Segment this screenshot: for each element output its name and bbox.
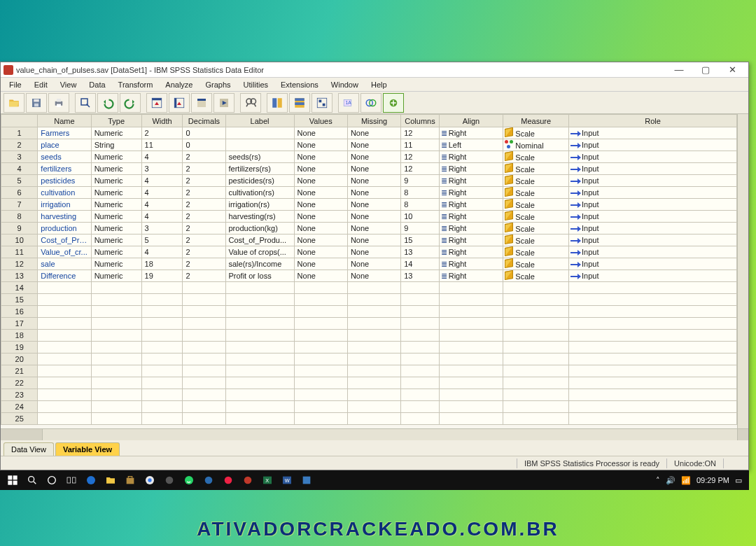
cortana-icon[interactable] xyxy=(42,472,62,489)
cell-type[interactable]: Numeric xyxy=(91,258,141,270)
cell-name[interactable]: Value_of_cr... xyxy=(38,246,91,258)
cell-width[interactable]: 4 xyxy=(141,199,183,211)
cell-name[interactable]: Difference xyxy=(38,270,91,282)
row-number[interactable]: 20 xyxy=(1,354,38,365)
save-button[interactable] xyxy=(26,93,47,113)
cell-align[interactable]: Right xyxy=(439,163,503,175)
cell-decimals[interactable]: 0 xyxy=(183,127,225,139)
cell-decimals[interactable]: 2 xyxy=(183,199,225,211)
cell-type[interactable]: Numeric xyxy=(91,151,141,163)
row-number[interactable]: 8 xyxy=(1,211,38,223)
table-row-empty[interactable]: 20 xyxy=(1,354,737,365)
menu-transform[interactable]: Transform xyxy=(113,79,159,90)
cell-missing[interactable]: None xyxy=(347,163,400,175)
cell-measure[interactable]: Scale xyxy=(503,270,569,282)
cell-measure[interactable]: Nominal xyxy=(503,139,569,151)
menu-help[interactable]: Help xyxy=(365,79,393,90)
table-row-empty[interactable]: 21 xyxy=(1,365,737,377)
goto-variable-button[interactable] xyxy=(169,93,190,113)
cell-name[interactable]: Cost_of_Pro... xyxy=(38,234,91,246)
table-row-empty[interactable]: 25 xyxy=(1,413,737,425)
cell-columns[interactable]: 14 xyxy=(401,258,440,270)
print-button[interactable] xyxy=(48,93,69,113)
col-decimals[interactable]: Decimals xyxy=(183,115,225,127)
cell-align[interactable]: Right xyxy=(439,270,503,282)
cell-decimals[interactable]: 2 xyxy=(183,246,225,258)
cell-measure[interactable]: Scale xyxy=(503,187,569,199)
cell-columns[interactable]: 12 xyxy=(401,163,440,175)
row-number[interactable]: 9 xyxy=(1,223,38,234)
table-row[interactable]: 7irrigationNumeric42irrigation(rs)NoneNo… xyxy=(1,199,737,211)
cell-role[interactable]: Input xyxy=(569,127,737,139)
cell-label[interactable]: seeds(rs) xyxy=(225,151,294,163)
cell-measure[interactable]: Scale xyxy=(503,127,569,139)
row-number[interactable]: 24 xyxy=(1,401,38,413)
col-width[interactable]: Width xyxy=(141,115,183,127)
cell-name[interactable]: fertilizers xyxy=(38,163,91,175)
find-button[interactable] xyxy=(240,93,261,113)
menu-analyze[interactable]: Analyze xyxy=(160,79,198,90)
open-button[interactable] xyxy=(4,93,24,113)
cell-missing[interactable]: None xyxy=(347,270,400,282)
use-sets-button[interactable] xyxy=(360,93,382,113)
cell-type[interactable]: Numeric xyxy=(91,199,141,211)
table-row-empty[interactable]: 17 xyxy=(1,318,737,330)
cell-values[interactable]: None xyxy=(294,151,347,163)
volume-icon[interactable]: 🔊 xyxy=(666,476,676,485)
cell-values[interactable]: None xyxy=(294,163,347,175)
row-number[interactable]: 22 xyxy=(1,377,38,389)
cell-label[interactable] xyxy=(225,127,294,139)
cell-role[interactable]: Input xyxy=(569,175,737,187)
row-number[interactable]: 14 xyxy=(1,282,38,294)
cell-type[interactable]: Numeric xyxy=(91,223,141,234)
cell-role[interactable]: Input xyxy=(569,151,737,163)
table-row-empty[interactable]: 19 xyxy=(1,342,737,354)
cell-values[interactable]: None xyxy=(294,199,347,211)
edge-icon[interactable] xyxy=(81,472,101,489)
cell-align[interactable]: Right xyxy=(439,223,503,234)
cell-missing[interactable]: None xyxy=(347,223,400,234)
cell-width[interactable]: 3 xyxy=(141,223,183,234)
cell-missing[interactable]: None xyxy=(347,258,400,270)
cell-width[interactable]: 2 xyxy=(141,127,183,139)
col-columns[interactable]: Columns xyxy=(401,115,440,127)
cell-columns[interactable]: 9 xyxy=(401,175,440,187)
cell-type[interactable]: Numeric xyxy=(91,270,141,282)
system-tray[interactable]: ˄ 🔊 📶 09:29 PM ▭ xyxy=(656,476,746,485)
table-row[interactable]: 9productionNumeric32production(kg)NoneNo… xyxy=(1,223,737,234)
weight-cases-button[interactable] xyxy=(289,93,310,113)
menu-edit[interactable]: Edit xyxy=(29,79,53,90)
cell-columns[interactable]: 12 xyxy=(401,151,440,163)
cell-align[interactable]: Left xyxy=(439,139,503,151)
cell-values[interactable]: None xyxy=(294,187,347,199)
close-button[interactable]: ✕ xyxy=(719,63,746,77)
cell-width[interactable]: 18 xyxy=(141,258,183,270)
row-number[interactable]: 18 xyxy=(1,330,38,342)
row-number[interactable]: 12 xyxy=(1,258,38,270)
row-number[interactable]: 15 xyxy=(1,294,38,306)
row-number[interactable]: 23 xyxy=(1,389,38,401)
cell-role[interactable]: Input xyxy=(569,246,737,258)
table-row[interactable]: 8harvestingNumeric42harvesting(rs)NoneNo… xyxy=(1,211,737,223)
cell-name[interactable]: sale xyxy=(38,258,91,270)
windows-taskbar[interactable]: X W ˄ 🔊 📶 09:29 PM ▭ xyxy=(0,470,749,490)
cell-values[interactable]: None xyxy=(294,246,347,258)
table-row-empty[interactable]: 23 xyxy=(1,389,737,401)
row-number[interactable]: 17 xyxy=(1,318,38,330)
maximize-button[interactable]: ▢ xyxy=(692,63,719,77)
cell-type[interactable]: Numeric xyxy=(91,246,141,258)
cell-type[interactable]: Numeric xyxy=(91,175,141,187)
tray-chevron-icon[interactable]: ˄ xyxy=(656,476,660,485)
cell-values[interactable]: None xyxy=(294,223,347,234)
app-icon-5[interactable] xyxy=(297,472,316,489)
cell-columns[interactable]: 8 xyxy=(401,187,440,199)
cell-label[interactable]: sale(rs)/Income xyxy=(225,258,294,270)
select-cases-button[interactable] xyxy=(312,93,332,113)
table-row[interactable]: 3seedsNumeric42seeds(rs)NoneNone12RightS… xyxy=(1,151,737,163)
cell-measure[interactable]: Scale xyxy=(503,258,569,270)
variable-grid[interactable]: Name Type Width Decimals Label Values Mi… xyxy=(1,114,737,425)
app-icon-2[interactable] xyxy=(199,472,218,489)
menu-graphs[interactable]: Graphs xyxy=(200,79,236,90)
cell-width[interactable]: 4 xyxy=(141,175,183,187)
col-measure[interactable]: Measure xyxy=(503,115,569,127)
